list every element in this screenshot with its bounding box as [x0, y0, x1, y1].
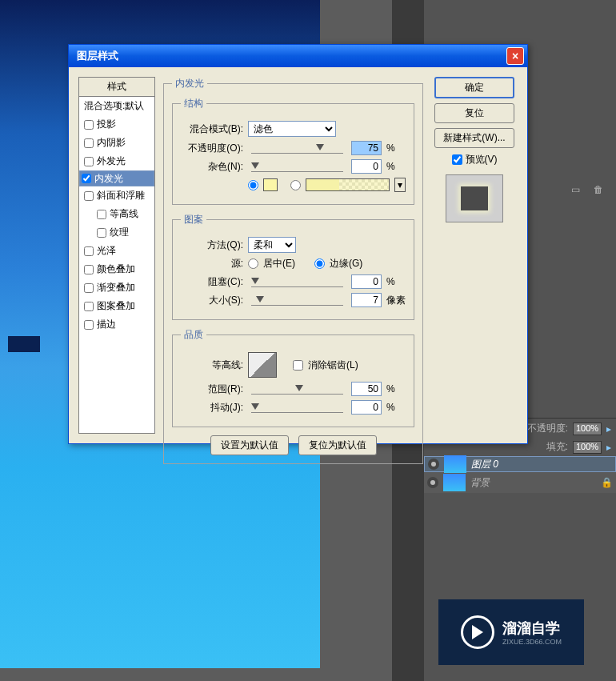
cb[interactable] — [84, 157, 94, 166]
glow-gradient-radio[interactable] — [290, 180, 301, 190]
arrow-icon[interactable]: ▸ — [606, 423, 611, 435]
new-style-button[interactable]: 新建样式(W)... — [434, 128, 514, 148]
cb[interactable] — [97, 210, 106, 219]
layer-thumb — [443, 474, 466, 491]
cb[interactable] — [84, 120, 94, 130]
unit-pct: % — [386, 276, 406, 287]
group-label: 品质 — [181, 328, 206, 342]
layer-style-dialog: 图层样式 × 样式 混合选项:默认 投影 内阴影 外发光 内发光 斜面和浮雕 等… — [68, 44, 528, 444]
cancel-button[interactable]: 复位 — [434, 103, 514, 123]
cb[interactable] — [84, 246, 94, 256]
antialias-label: 消除锯齿(L) — [308, 359, 358, 372]
cb[interactable] — [97, 228, 106, 238]
size-slider[interactable] — [251, 294, 343, 306]
fill-label: 填充: — [546, 440, 568, 454]
layer-row-0[interactable]: 图层 0 — [424, 456, 616, 472]
style-innershadow[interactable]: 内阴影 — [79, 134, 154, 152]
unit-pct: % — [386, 142, 406, 154]
unit-pct: % — [386, 161, 406, 172]
source-center-radio[interactable] — [248, 258, 258, 269]
opacity-label: 不透明度(O): — [181, 142, 243, 155]
noise-label: 杂色(N): — [181, 160, 243, 174]
opacity-slider[interactable] — [251, 142, 343, 154]
opacity-input[interactable] — [351, 141, 382, 155]
glow-gradient[interactable] — [306, 178, 390, 191]
section-title: 内发光 — [172, 77, 207, 90]
range-slider[interactable] — [251, 383, 343, 395]
jitter-slider[interactable] — [251, 402, 343, 413]
gradient-dd-icon[interactable]: ▾ — [394, 178, 406, 192]
size-label: 大小(S): — [181, 294, 243, 307]
fieldset-innerglow: 内发光 结构 混合模式(B): 滤色 不透明度(O): % 杂色(N): — [163, 77, 423, 464]
style-stroke[interactable]: 描边 — [79, 315, 154, 334]
reset-default-button[interactable]: 复位为默认值 — [298, 435, 377, 455]
jitter-input[interactable] — [351, 400, 382, 415]
style-innerglow[interactable]: 内发光 — [79, 170, 154, 186]
style-coloroverlay[interactable]: 颜色叠加 — [79, 260, 154, 278]
cb[interactable] — [82, 174, 91, 183]
style-contour[interactable]: 等高线 — [79, 205, 154, 223]
blendmode-select[interactable]: 滤色 — [248, 121, 336, 137]
eye-icon[interactable] — [428, 459, 439, 470]
cb[interactable] — [84, 283, 94, 293]
glow-color-swatch[interactable] — [263, 178, 278, 191]
trash-icon[interactable]: 🗑 — [594, 184, 605, 195]
technique-select[interactable]: 柔和 — [248, 237, 296, 253]
source-label: 源: — [181, 257, 243, 270]
close-icon[interactable]: × — [506, 47, 524, 65]
choke-label: 阻塞(C): — [181, 275, 243, 289]
preview-thumb — [446, 174, 503, 222]
wm-title: 溜溜自学 — [502, 619, 562, 638]
style-texture[interactable]: 纹理 — [79, 223, 154, 242]
choke-input[interactable] — [351, 274, 382, 289]
layer-name: 背景 — [470, 476, 490, 490]
watermark: 溜溜自学 ZIXUE.3D66.COM — [438, 599, 584, 665]
cb[interactable] — [84, 265, 94, 274]
cb[interactable] — [84, 138, 94, 148]
unit-pct: % — [386, 402, 406, 413]
layer-row-bg[interactable]: 背景 🔒 — [424, 472, 616, 493]
preview-cb[interactable] — [452, 154, 462, 165]
unit-px: 像素 — [386, 294, 406, 307]
dialog-title: 图层样式 — [77, 49, 118, 63]
panel-icon[interactable]: ▭ — [571, 184, 582, 195]
titlebar[interactable]: 图层样式 × — [69, 45, 527, 67]
ok-button[interactable]: 确定 — [434, 77, 514, 98]
layer-name: 图层 0 — [471, 458, 498, 471]
glow-color-radio[interactable] — [248, 180, 258, 190]
cb[interactable] — [84, 302, 94, 311]
source-edge-radio[interactable] — [314, 258, 325, 269]
group-label: 图案 — [181, 213, 206, 226]
style-satin[interactable]: 光泽 — [79, 242, 154, 260]
style-gradoverlay[interactable]: 渐变叠加 — [79, 278, 154, 297]
preview-checkbox-row[interactable]: 预览(V) — [452, 153, 498, 166]
arrow-icon[interactable]: ▸ — [606, 442, 611, 453]
style-outerglow[interactable]: 外发光 — [79, 152, 154, 170]
eye-icon[interactable] — [427, 477, 438, 488]
contour-picker[interactable] — [248, 352, 277, 378]
preview-label: 预览(V) — [466, 153, 498, 166]
noise-input[interactable] — [351, 159, 382, 174]
technique-label: 方法(Q): — [181, 238, 243, 252]
lock-icon: 🔒 — [601, 477, 613, 488]
choke-slider[interactable] — [251, 276, 343, 287]
blendmode-label: 混合模式(B): — [181, 122, 243, 136]
size-input[interactable] — [351, 293, 382, 307]
set-default-button[interactable]: 设置为默认值 — [210, 435, 289, 455]
layer-thumb — [444, 455, 466, 473]
noise-slider[interactable] — [251, 161, 343, 172]
range-input[interactable] — [351, 382, 382, 396]
unit-pct: % — [386, 383, 406, 395]
styles-header[interactable]: 样式 — [79, 78, 154, 97]
fill-value[interactable]: 100% — [573, 441, 602, 454]
antialias-cb[interactable] — [293, 360, 303, 371]
opacity-value[interactable]: 100% — [573, 423, 602, 435]
style-blend[interactable]: 混合选项:默认 — [79, 97, 154, 115]
cb[interactable] — [84, 191, 94, 201]
style-bevel[interactable]: 斜面和浮雕 — [79, 186, 154, 205]
style-patoverlay[interactable]: 图案叠加 — [79, 297, 154, 315]
style-dropshadow[interactable]: 投影 — [79, 115, 154, 134]
contour-label: 等高线: — [181, 359, 243, 372]
cb[interactable] — [84, 320, 94, 330]
group-elements: 图案 方法(Q): 柔和 源: 居中(E) 边缘(G) 阻塞(C): — [172, 213, 414, 320]
